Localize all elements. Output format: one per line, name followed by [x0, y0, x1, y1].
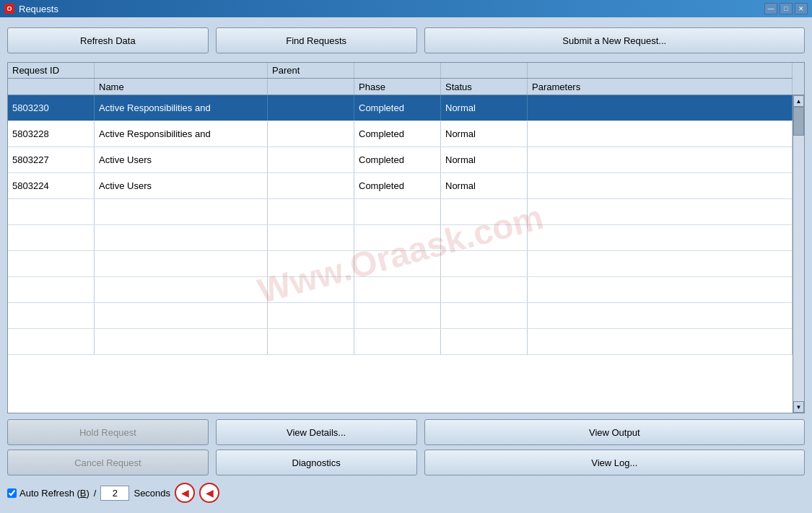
sub-column-headers: Name Phase Status Parameters — [8, 79, 793, 95]
view-log-button[interactable]: View Log... — [424, 450, 806, 475]
table-cell — [528, 95, 793, 120]
table-cell — [528, 121, 793, 146]
table-scrollbar[interactable]: ▲ ▼ — [793, 95, 804, 413]
hold-request-button[interactable]: Hold Request — [7, 419, 209, 445]
table-cell — [8, 329, 95, 354]
table-row[interactable] — [8, 251, 793, 277]
table-cell — [528, 225, 793, 250]
table-cell — [528, 173, 793, 198]
table-cell — [8, 199, 95, 224]
table-cell — [268, 251, 354, 276]
window-title: Requests — [19, 4, 58, 14]
view-output-button[interactable]: View Output — [424, 419, 806, 445]
submit-request-button[interactable]: Submit a New Request... — [424, 27, 806, 53]
seconds-separator: / — [94, 488, 97, 499]
maximize-button[interactable]: □ — [780, 3, 793, 14]
close-button[interactable]: ✕ — [795, 3, 808, 14]
scroll-thumb[interactable] — [793, 107, 804, 136]
table-cell — [354, 199, 441, 224]
table-cell — [268, 121, 354, 146]
col-header-params-spacer — [528, 63, 793, 78]
table-cell: Normal — [441, 173, 528, 198]
auto-refresh-checkbox[interactable] — [7, 488, 17, 498]
table-cell — [95, 277, 268, 302]
table-cell — [354, 329, 441, 354]
refresh-data-button[interactable]: Refresh Data — [7, 27, 209, 53]
arrow-left-1-button[interactable]: ◀ — [175, 483, 195, 503]
table-cell — [95, 329, 268, 354]
table-cell — [8, 251, 95, 276]
arrow-left-2-button[interactable]: ◀ — [199, 483, 219, 503]
app-icon: O — [4, 4, 14, 14]
action-row-1: Hold Request View Details... View Output — [7, 419, 805, 445]
table-cell: 5803227 — [8, 147, 95, 172]
table-cell: Active Responsibilities and — [95, 121, 268, 146]
table-row[interactable] — [8, 199, 793, 225]
view-details-button[interactable]: View Details... — [216, 419, 417, 445]
table-cell — [441, 329, 528, 354]
table-cell — [268, 303, 354, 328]
col-header-status-spacer — [441, 63, 528, 78]
table-cell: Completed — [354, 147, 441, 172]
table-cell: 5803224 — [8, 173, 95, 198]
scroll-up-button[interactable]: ▲ — [793, 95, 804, 107]
col-subheader-parent-spacer — [268, 79, 354, 95]
table-cell: Completed — [354, 95, 441, 120]
table-row[interactable]: 5803230Active Responsibilities andComple… — [8, 95, 793, 121]
table-cell — [354, 303, 441, 328]
table-cell: Normal — [441, 147, 528, 172]
seconds-input[interactable] — [100, 486, 129, 501]
table-cell — [268, 225, 354, 250]
table-cell: Active Users — [95, 147, 268, 172]
table-cell — [268, 277, 354, 302]
scroll-header-spacer — [793, 63, 804, 95]
table-cell — [528, 147, 793, 172]
table-cell: 5803230 — [8, 95, 95, 120]
table-cell: Normal — [441, 95, 528, 120]
minimize-button[interactable]: — — [764, 3, 777, 14]
scroll-down-button[interactable]: ▼ — [793, 401, 804, 413]
table-row[interactable]: 5803227Active UsersCompletedNormal — [8, 147, 793, 173]
table-row[interactable] — [8, 277, 793, 303]
table-cell — [268, 173, 354, 198]
table-cell — [528, 277, 793, 302]
cancel-request-button[interactable]: Cancel Request — [7, 450, 209, 475]
table-cell — [8, 303, 95, 328]
table-body-area: Www.Oraask.com 5803230Active Responsibil… — [8, 95, 804, 413]
table-cell — [441, 277, 528, 302]
table-row[interactable]: 5803228Active Responsibilities andComple… — [8, 121, 793, 147]
footer-row: Auto Refresh (B) / Seconds ◀ ◀ — [7, 480, 805, 506]
table-cell — [268, 329, 354, 354]
table-row[interactable] — [8, 329, 793, 355]
table-cell — [95, 225, 268, 250]
table-cell — [268, 199, 354, 224]
table-cell: Active Users — [95, 173, 268, 198]
title-bar-left: O Requests — [4, 4, 58, 14]
table-cell: Active Responsibilities and — [95, 95, 268, 120]
diagnostics-button[interactable]: Diagnostics — [216, 450, 417, 475]
table-row[interactable]: 5803224Active UsersCompletedNormal — [8, 173, 793, 199]
requests-table-section: Request ID Parent Name Phase Status Para… — [7, 62, 805, 413]
top-toolbar: Refresh Data Find Requests Submit a New … — [7, 25, 805, 56]
title-bar-controls[interactable]: — □ ✕ — [764, 3, 808, 14]
table-cell — [528, 329, 793, 354]
action-row-2: Cancel Request Diagnostics View Log... — [7, 450, 805, 475]
table-body[interactable]: Www.Oraask.com 5803230Active Responsibil… — [8, 95, 793, 413]
col-subheader-phase: Phase — [354, 79, 441, 95]
table-cell — [441, 251, 528, 276]
table-row[interactable] — [8, 303, 793, 329]
table-cell — [528, 303, 793, 328]
col-subheader-status: Status — [441, 79, 528, 95]
table-cell — [268, 147, 354, 172]
col-header-request-id: Request ID — [8, 63, 95, 78]
col-header-phase-spacer — [354, 63, 441, 78]
table-cell — [8, 225, 95, 250]
col-subheader-params: Parameters — [528, 79, 793, 95]
find-requests-button[interactable]: Find Requests — [216, 27, 417, 53]
table-cell — [441, 303, 528, 328]
auto-refresh-label: Auto Refresh (B) — [7, 488, 90, 499]
main-window: Refresh Data Find Requests Submit a New … — [0, 17, 812, 513]
table-cell — [95, 251, 268, 276]
table-row[interactable] — [8, 225, 793, 251]
table-cell: Completed — [354, 121, 441, 146]
